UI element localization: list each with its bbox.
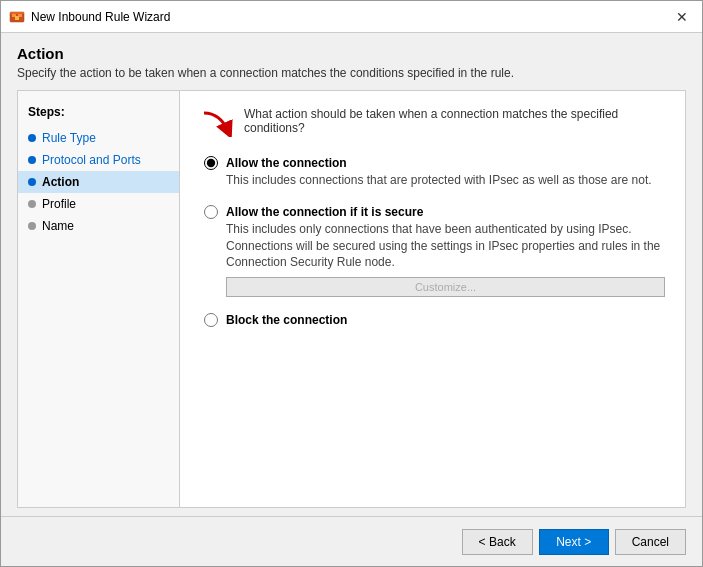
radio-block[interactable]: [204, 313, 218, 327]
radio-label-allow[interactable]: Allow the connection: [226, 156, 347, 170]
window-title: New Inbound Rule Wizard: [31, 10, 670, 24]
sidebar-dot-rule-type: [28, 134, 36, 142]
radio-label-row-allow: Allow the connection: [204, 156, 665, 170]
main-content-panel: What action should be taken when a conne…: [180, 91, 685, 507]
sidebar-item-profile: Profile: [18, 193, 179, 215]
next-button[interactable]: Next >: [539, 529, 609, 555]
sidebar-item-action: Action: [18, 171, 179, 193]
sidebar-heading: Steps:: [18, 101, 179, 127]
content-area: Action Specify the action to be taken wh…: [1, 33, 702, 516]
sidebar-dot-action: [28, 178, 36, 186]
sidebar-item-name: Name: [18, 215, 179, 237]
footer: < Back Next > Cancel: [1, 516, 702, 566]
sidebar-label-profile: Profile: [42, 197, 76, 211]
sidebar: Steps: Rule Type Protocol and Ports Acti…: [18, 91, 180, 507]
sidebar-label-rule-type: Rule Type: [42, 131, 96, 145]
question-text: What action should be taken when a conne…: [244, 107, 665, 135]
sidebar-item-protocol[interactable]: Protocol and Ports: [18, 149, 179, 171]
radio-option-allow: Allow the connection This includes conne…: [204, 156, 665, 189]
radio-desc-allow: This includes connections that are prote…: [226, 172, 665, 189]
title-bar: New Inbound Rule Wizard ✕: [1, 1, 702, 33]
firewall-icon: [9, 9, 25, 25]
sidebar-dot-name: [28, 222, 36, 230]
main-body: Steps: Rule Type Protocol and Ports Acti…: [17, 90, 686, 508]
wizard-window: New Inbound Rule Wizard ✕ Action Specify…: [0, 0, 703, 567]
radio-label-row-block: Block the connection: [204, 313, 665, 327]
radio-desc-allow-secure: This includes only connections that have…: [226, 221, 665, 271]
customize-button[interactable]: Customize...: [226, 277, 665, 297]
svg-rect-3: [15, 16, 19, 20]
radio-option-block: Block the connection: [204, 313, 665, 327]
question-area: What action should be taken when a conne…: [200, 107, 665, 140]
radio-group: Allow the connection This includes conne…: [200, 156, 665, 327]
arrow-indicator: [200, 109, 236, 140]
sidebar-dot-protocol: [28, 156, 36, 164]
sidebar-item-rule-type[interactable]: Rule Type: [18, 127, 179, 149]
sidebar-label-protocol: Protocol and Ports: [42, 153, 141, 167]
radio-option-allow-secure: Allow the connection if it is secure Thi…: [204, 205, 665, 297]
radio-label-block[interactable]: Block the connection: [226, 313, 347, 327]
radio-label-row-allow-secure: Allow the connection if it is secure: [204, 205, 665, 219]
radio-allow[interactable]: [204, 156, 218, 170]
sidebar-label-name: Name: [42, 219, 74, 233]
radio-allow-secure[interactable]: [204, 205, 218, 219]
back-button[interactable]: < Back: [462, 529, 533, 555]
cancel-button[interactable]: Cancel: [615, 529, 686, 555]
sidebar-label-action: Action: [42, 175, 79, 189]
page-description: Specify the action to be taken when a co…: [17, 66, 686, 80]
radio-label-allow-secure[interactable]: Allow the connection if it is secure: [226, 205, 423, 219]
close-button[interactable]: ✕: [670, 5, 694, 29]
page-title: Action: [17, 45, 686, 62]
sidebar-dot-profile: [28, 200, 36, 208]
svg-rect-4: [10, 12, 24, 14]
